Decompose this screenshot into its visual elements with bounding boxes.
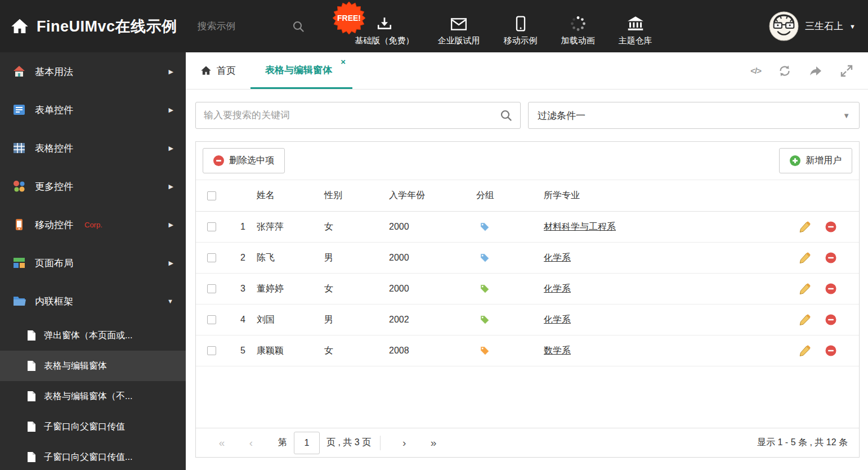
filter-dropdown-value: 过滤条件一: [538, 109, 585, 122]
page-number-input[interactable]: [294, 432, 320, 454]
column-header-group[interactable]: 分组: [476, 190, 544, 202]
add-user-button[interactable]: 新增用户: [779, 148, 852, 173]
keyword-search-input[interactable]: [204, 110, 500, 121]
header-search[interactable]: [198, 20, 318, 33]
search-icon[interactable]: [292, 20, 305, 33]
edit-icon[interactable]: [799, 252, 811, 263]
view-source-icon[interactable]: </>: [750, 66, 761, 75]
next-page-button[interactable]: ›: [390, 437, 419, 449]
sidebar-subitem-grid-edit-window-2[interactable]: 表格与编辑窗体（不...: [0, 381, 186, 411]
tag-icon: [480, 346, 490, 356]
fullscreen-icon[interactable]: [840, 64, 853, 78]
free-badge: FREE!: [333, 2, 365, 34]
user-menu[interactable]: 三生石上 ▼: [769, 11, 856, 41]
header-search-input[interactable]: [198, 21, 292, 32]
row-checkbox[interactable]: [207, 253, 216, 262]
column-header-gender[interactable]: 性别: [324, 190, 389, 202]
row-checkbox[interactable]: [207, 346, 216, 355]
edit-icon[interactable]: [799, 345, 811, 356]
row-checkbox[interactable]: [207, 284, 216, 293]
nav-item-loading-animation[interactable]: 加载动画: [561, 15, 595, 46]
envelope-icon: [450, 15, 467, 32]
sidebar-subitem-grid-edit-window[interactable]: 表格与编辑窗体: [0, 351, 186, 381]
sidebar-item-mobile-controls[interactable]: 移动控件Corp. ▶: [0, 205, 186, 244]
bank-icon: [627, 15, 644, 32]
major-link[interactable]: 化学系: [544, 315, 571, 324]
sidebar-subitem-popup-window[interactable]: 弹出窗体（本页面或...: [0, 320, 186, 351]
delete-row-icon[interactable]: [825, 221, 836, 232]
caret-right-icon: ▶: [169, 259, 173, 267]
delete-row-icon[interactable]: [825, 314, 836, 325]
sidebar-subitem-label: 子窗口向父窗口传值: [44, 421, 125, 433]
pagination-bar: « ‹ 第 页 , 共 3 页 › » 显示 1 - 5 条 , 共 12 条: [196, 428, 859, 457]
column-header-major[interactable]: 所学专业: [544, 190, 797, 202]
column-header-year[interactable]: 入学年份: [389, 190, 476, 202]
row-checkbox[interactable]: [207, 222, 216, 231]
select-all-checkbox[interactable]: [207, 191, 216, 200]
sidebar-subitem-child-to-parent-2[interactable]: 子窗口向父窗口传值...: [0, 442, 186, 470]
sidebar-item-label: 页面布局: [35, 257, 73, 270]
major-link[interactable]: 化学系: [544, 253, 571, 262]
prev-page-button[interactable]: ‹: [236, 437, 266, 449]
close-icon[interactable]: ×: [341, 57, 346, 66]
form-controls-icon: [12, 103, 26, 117]
delete-row-icon[interactable]: [825, 283, 836, 294]
nav-label: 基础版（免费）: [355, 35, 414, 46]
edit-icon[interactable]: [799, 283, 811, 294]
delete-row-icon[interactable]: [825, 252, 836, 263]
sidebar-item-basic-usage[interactable]: 基本用法 ▶: [0, 52, 186, 91]
cell-year: 2000: [389, 284, 476, 294]
sidebar-item-iframe[interactable]: 内联框架 ▼: [0, 282, 186, 320]
filter-dropdown[interactable]: 过滤条件一 ▼: [528, 102, 860, 129]
table-row: 5 康颖颖 女 2008 数学系: [196, 335, 859, 366]
delete-selected-button[interactable]: 删除选中项: [203, 148, 285, 173]
sidebar-subitem-label: 表格与编辑窗体: [44, 360, 107, 372]
sidebar-subitem-label: 表格与编辑窗体（不...: [44, 391, 132, 402]
row-checkbox[interactable]: [207, 315, 216, 324]
edit-icon[interactable]: [799, 221, 811, 232]
row-number: 5: [227, 346, 257, 356]
column-header-name[interactable]: 姓名: [257, 190, 324, 202]
sidebar-item-label: 表单控件: [35, 104, 73, 117]
search-icon[interactable]: [500, 109, 512, 122]
major-link[interactable]: 数学系: [544, 346, 571, 355]
cell-gender: 女: [324, 221, 389, 233]
tab-grid-edit-window[interactable]: 表格与编辑窗体 ×: [250, 52, 352, 89]
cell-name: 董婷婷: [257, 283, 324, 295]
nav-item-theme-store[interactable]: 主题仓库: [619, 15, 652, 46]
nav-item-enterprise-trial[interactable]: 企业版试用: [438, 15, 480, 46]
cell-gender: 男: [324, 314, 389, 326]
nav-label: 企业版试用: [438, 35, 480, 46]
file-icon: [27, 451, 36, 463]
add-user-label: 新增用户: [806, 155, 842, 167]
major-link[interactable]: 化学系: [544, 284, 571, 293]
app-title: FineUIMvc在线示例: [37, 16, 177, 37]
row-number: 3: [227, 284, 257, 294]
refresh-icon[interactable]: [778, 64, 791, 78]
keyword-search-box[interactable]: [195, 102, 521, 129]
nav-item-basic-edition[interactable]: FREE! 基础版（免费）: [355, 15, 414, 46]
first-page-button[interactable]: «: [207, 437, 236, 449]
grid-empty-space: [196, 366, 859, 428]
tab-home[interactable]: 首页: [186, 52, 250, 89]
spinner-icon: [570, 15, 586, 32]
edit-icon[interactable]: [799, 314, 811, 325]
brand[interactable]: FineUIMvc在线示例: [10, 16, 177, 37]
sidebar-item-form-controls[interactable]: 表单控件 ▶: [0, 91, 186, 129]
caret-right-icon: ▶: [169, 68, 173, 75]
plus-icon: [790, 155, 800, 166]
sidebar-subitem-child-to-parent[interactable]: 子窗口向父窗口传值: [0, 411, 186, 442]
sidebar-item-grid-controls[interactable]: 表格控件 ▶: [0, 129, 186, 167]
delete-row-icon[interactable]: [825, 345, 836, 356]
cell-year: 2000: [389, 222, 476, 232]
major-link[interactable]: 材料科学与工程系: [544, 222, 616, 231]
sidebar-item-page-layout[interactable]: 页面布局 ▶: [0, 244, 186, 282]
header-nav: FREE! 基础版（免费） 企业版试用 移动示例 加载: [355, 0, 652, 52]
share-icon[interactable]: [808, 64, 823, 78]
sidebar-item-label: 更多控件: [35, 180, 73, 193]
sidebar-item-more-controls[interactable]: 更多控件 ▶: [0, 167, 186, 205]
iframe-icon: [12, 294, 26, 308]
table-header-row: 姓名 性别 入学年份 分组 所学专业: [196, 180, 859, 212]
nav-item-mobile-demo[interactable]: 移动示例: [504, 15, 538, 46]
last-page-button[interactable]: »: [419, 437, 448, 449]
